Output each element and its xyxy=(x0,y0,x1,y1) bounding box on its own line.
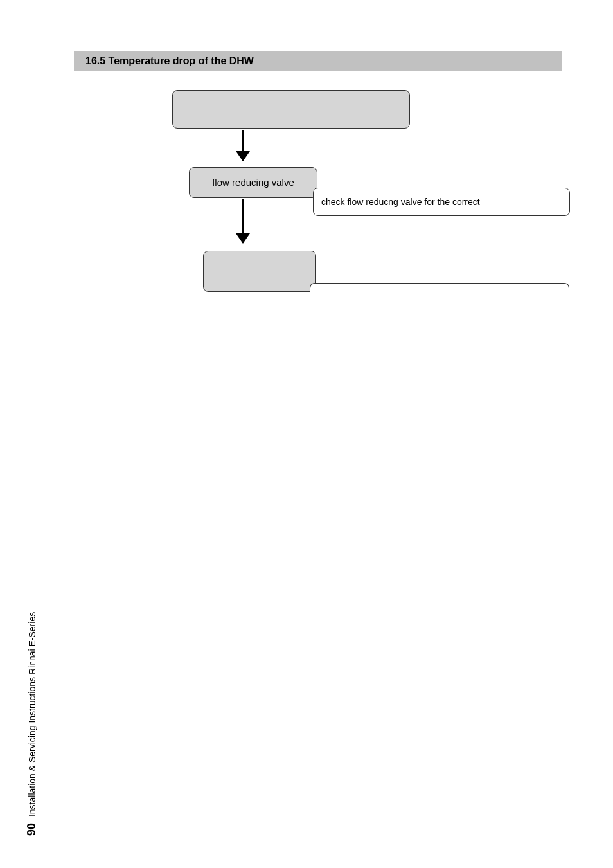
arrow-down-icon xyxy=(242,130,244,161)
flow-box-step xyxy=(203,251,316,292)
flow-box-check: check flow reducng valve for the correct xyxy=(313,188,570,216)
flow-box-end xyxy=(310,283,569,305)
flow-box-check-text: check flow reducng valve for the correct xyxy=(321,196,480,208)
section-heading-text: 16.5 Temperature drop of the DHW xyxy=(85,55,254,67)
page-number: 90 xyxy=(25,823,38,836)
arrow-down-icon xyxy=(242,199,244,243)
flow-box-start xyxy=(172,90,410,129)
flowchart: flow reducing valve check flow reducng v… xyxy=(172,90,571,302)
side-footer: 90 Installation & Servicing Instructions… xyxy=(25,612,39,836)
flow-box-valve-text: flow reducing valve xyxy=(212,176,294,189)
flow-box-valve: flow reducing valve xyxy=(189,167,317,198)
section-heading-bar: 16.5 Temperature drop of the DHW xyxy=(74,51,562,71)
doc-title: Installation & Servicing Instructions Ri… xyxy=(27,612,37,817)
